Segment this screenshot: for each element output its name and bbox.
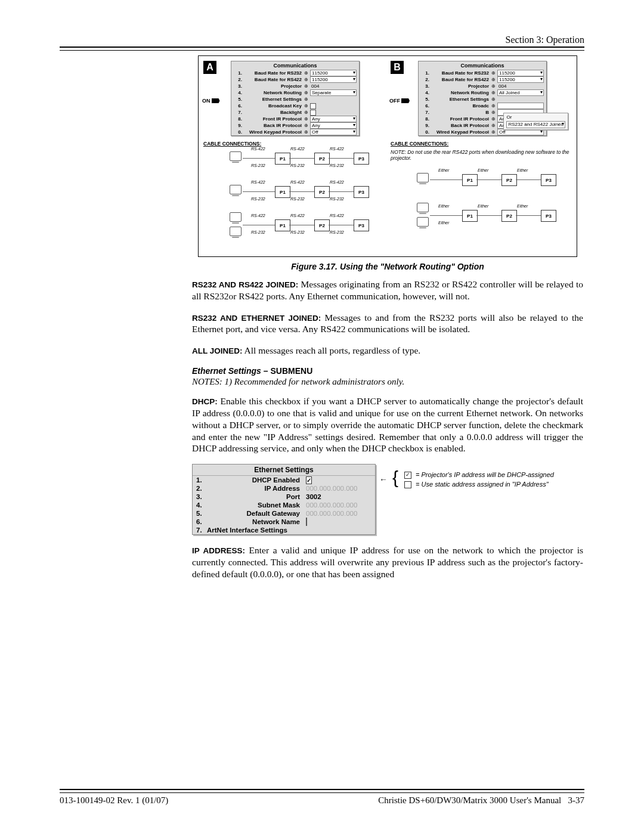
menu-row: 6.Broadcast Key⊕ bbox=[231, 103, 359, 109]
footer-left: 013-100149-02 Rev. 1 (01/07) bbox=[60, 795, 168, 806]
cable-label-b: CABLE CONNECTIONS: bbox=[391, 141, 572, 147]
menu-row: 4.Network Routing⊕All Joined bbox=[419, 89, 546, 96]
ethernet-settings-figure: Ethernet Settings 1.DHCP Enabled✓2.IP Ad… bbox=[192, 464, 583, 535]
panel-b-diagrams: P1P2P3EitherEitherEitherP1P2P3EitherEith… bbox=[391, 171, 572, 242]
panel-b: B OFF Communications 1.Baud Rate for RS2… bbox=[391, 61, 572, 249]
menu-row: 5.Ethernet Settings⊕ bbox=[231, 96, 359, 103]
paragraph-all-joined: ALL JOINED: All messages reach all ports… bbox=[192, 345, 583, 357]
panel-a: A ON Communications 1.Baud Rate for RS23… bbox=[203, 61, 385, 249]
menu-title: Communications bbox=[231, 61, 359, 70]
ethernet-row: 3.Port3002 bbox=[193, 493, 375, 501]
menu-row: 6.Broadc⊕ bbox=[419, 103, 546, 109]
page-footer: 013-100149-02 Rev. 1 (01/07) Christie DS… bbox=[60, 789, 584, 806]
ethernet-menu: Ethernet Settings 1.DHCP Enabled✓2.IP Ad… bbox=[192, 464, 376, 535]
menu-row: 4.Network Routing⊕Separate bbox=[231, 89, 359, 96]
menu-row: 0.Wired Keypad Protocol⊕Off bbox=[231, 129, 359, 135]
section-header: Section 3: Operation bbox=[60, 35, 584, 45]
ethernet-row: 7.ArtNet Interface Settings bbox=[193, 526, 375, 534]
panel-a-toggle: ON bbox=[202, 98, 220, 104]
menu-title: Communications bbox=[419, 61, 546, 70]
ethernet-submenu-header: Ethernet Settings – SUBMENU bbox=[192, 366, 583, 376]
menu-row: 7.Backlight⊕ bbox=[231, 109, 359, 116]
figure-3-17: A ON Communications 1.Baud Rate for RS23… bbox=[198, 55, 577, 257]
header-rule bbox=[60, 47, 584, 51]
cable-label-a: CABLE CONNECTIONS: bbox=[203, 141, 385, 147]
menu-row: 1.Baud Rate for RS232⊕115200 bbox=[419, 70, 546, 76]
panel-b-toggle: OFF bbox=[389, 98, 410, 104]
menu-row: 8.Front IR Protocol⊕Any bbox=[231, 116, 359, 122]
ethernet-row: 2.IP Address000.000.000.000 bbox=[193, 484, 375, 493]
menu-row: 3.Projector⊕004 bbox=[419, 83, 546, 89]
menu-row: 2.Baud Rate for RS422⊕115200 bbox=[231, 76, 359, 83]
ethernet-row: 6.Network Name bbox=[193, 518, 375, 526]
menu-row: 1.Baud Rate for RS232⊕115200 bbox=[231, 70, 359, 76]
paragraph-dhcp: DHCP: Enable this checkbox if you want a… bbox=[192, 395, 583, 454]
menu-row: 2.Baud Rate for RS422⊕115200 bbox=[419, 76, 546, 83]
ethernet-notes: NOTES: 1) Recommended for network admini… bbox=[192, 377, 583, 387]
ethernet-legend: ← { ✓ = Projector's IP address will be D… bbox=[383, 470, 554, 489]
panel-a-diagrams: P1P2P3RS-422RS-422RS-422RS-232RS-232RS-2… bbox=[203, 149, 385, 249]
menu-row: 3.Projector⊕004 bbox=[231, 83, 359, 89]
paragraph-rs232-rs422: RS232 AND RS422 JOINED: Messages origina… bbox=[192, 278, 583, 302]
panel-b-badge: B bbox=[391, 61, 404, 74]
or-popup: Or RS232 and RS422 Joined bbox=[503, 113, 568, 130]
panel-b-note: NOTE: Do not use the rear RS422 ports wh… bbox=[391, 149, 572, 161]
ethernet-row: 5.Default Gateway000.000.000.000 bbox=[193, 509, 375, 518]
menu-row: 5.Ethernet Settings⊕ bbox=[419, 96, 546, 103]
panel-a-badge: A bbox=[203, 61, 216, 74]
paragraph-rs232-ethernet: RS232 AND ETHERNET JOINED: Messages to a… bbox=[192, 312, 583, 336]
ethernet-row: 4.Subnet Mask000.000.000.000 bbox=[193, 501, 375, 509]
paragraph-ip: IP ADDRESS: Enter a valid and unique IP … bbox=[192, 544, 583, 580]
menu-row: 9.Back IR Protocol⊕Any bbox=[231, 122, 359, 129]
ethernet-row: 1.DHCP Enabled✓ bbox=[193, 476, 375, 484]
figure-caption: Figure 3.17. Using the "Network Routing"… bbox=[192, 262, 583, 271]
ethernet-menu-title: Ethernet Settings bbox=[193, 465, 375, 476]
footer-right: Christie DS+60/DW30/Matrix 3000 User's M… bbox=[378, 795, 584, 806]
panel-a-menu: Communications 1.Baud Rate for RS232⊕115… bbox=[231, 61, 360, 136]
